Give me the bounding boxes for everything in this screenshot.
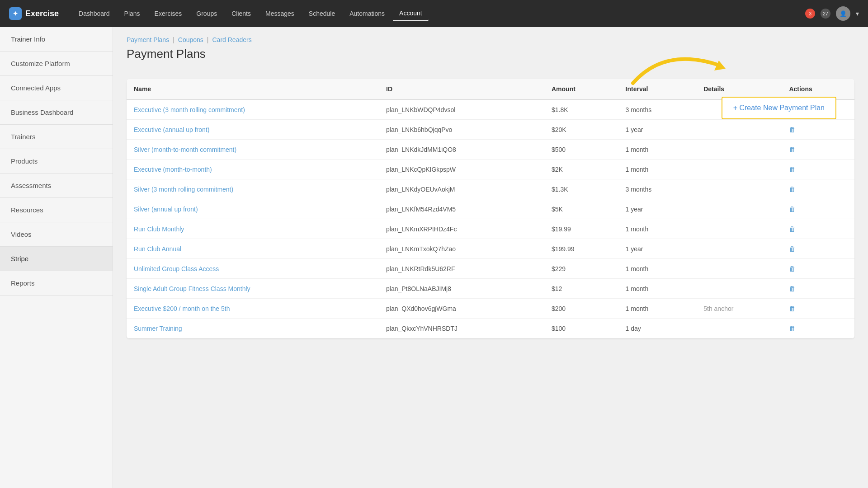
table-row: Single Adult Group Fitness Class Monthly… [127,279,854,299]
delete-icon[interactable]: 🗑 [789,205,796,213]
cell-id: plan_LNKdyOEUvAokjM [379,179,544,199]
table-row: Silver (month-to-month commitment)plan_L… [127,140,854,160]
cell-name[interactable]: Summer Training [127,319,379,338]
cell-details [696,219,782,239]
delete-icon[interactable]: 🗑 [789,324,796,332]
cell-amount: $19.99 [544,219,618,239]
sidebar-item-resources[interactable]: Resources [0,198,113,222]
cell-name[interactable]: Silver (annual up front) [127,199,379,219]
delete-icon[interactable]: 🗑 [789,265,796,272]
create-payment-plan-button[interactable]: + Create New Payment Plan [722,97,836,119]
sidebar-item-trainers[interactable]: Trainers [0,125,113,149]
cell-amount: $5K [544,199,618,219]
cell-amount: $229 [544,259,618,279]
notification-badge[interactable]: 3 [805,9,815,19]
main-layout: Trainer InfoCustomize PlatformConnected … [0,27,868,488]
delete-icon[interactable]: 🗑 [789,126,796,133]
delete-icon[interactable]: 🗑 [789,305,796,312]
cell-amount: $100 [544,319,618,338]
cell-id: plan_LNKbWDQP4dvsol [379,99,544,120]
breadcrumb-card-readers[interactable]: Card Readers [212,36,252,43]
table-row: Unlimited Group Class Accessplan_LNKRtRd… [127,259,854,279]
cell-amount: $1.8K [544,99,618,120]
cell-amount: $20K [544,120,618,140]
nav-item-messages[interactable]: Messages [259,6,301,21]
table-row: Summer Trainingplan_QkxcYhVNHRSDTJ$1001 … [127,319,854,338]
cell-interval: 1 year [618,120,697,140]
sidebar-item-connected-apps[interactable]: Connected Apps [0,76,113,100]
cell-interval: 1 year [618,239,697,259]
cell-id: plan_LNKmXRPtHDz4Fc [379,219,544,239]
sidebar: Trainer InfoCustomize PlatformConnected … [0,27,113,488]
cell-interval: 1 month [618,279,697,299]
delete-icon[interactable]: 🗑 [789,165,796,173]
nav-item-schedule[interactable]: Schedule [302,6,341,21]
cell-id: plan_Pt8OLNaABJIMj8 [379,279,544,299]
delete-icon[interactable]: 🗑 [789,145,796,153]
table-row: Silver (3 month rolling commitment)plan_… [127,179,854,199]
sidebar-item-business-dashboard[interactable]: Business Dashboard [0,100,113,125]
cell-id: plan_LNKfM54Rzd4VM5 [379,199,544,219]
cell-interval: 1 month [618,299,697,319]
cell-name[interactable]: Executive (month-to-month) [127,160,379,179]
nav-item-account[interactable]: Account [393,6,429,21]
cell-amount: $500 [544,140,618,160]
cell-name[interactable]: Unlimited Group Class Access [127,259,379,279]
main-content: Payment Plans | Coupons | Card Readers P… [113,27,868,488]
cell-id: plan_LNKRtRdk5U62RF [379,259,544,279]
cell-name[interactable]: Executive $200 / month on the 5th [127,299,379,319]
table-row: Run Club Monthlyplan_LNKmXRPtHDz4Fc$19.9… [127,219,854,239]
table-row: Executive $200 / month on the 5thplan_QX… [127,299,854,319]
cell-id: plan_LNKdkJdMM1iQO8 [379,140,544,160]
cell-amount: $199.99 [544,239,618,259]
cell-details [696,120,782,140]
breadcrumb-payment-plans[interactable]: Payment Plans [127,36,169,43]
user-avatar[interactable]: 👤 [836,6,850,21]
cell-details: 5th anchor [696,299,782,319]
delete-icon[interactable]: 🗑 [789,225,796,233]
cell-id: plan_QXd0hov6gjWGma [379,299,544,319]
sidebar-item-assessments[interactable]: Assessments [0,174,113,198]
nav-item-dashboard[interactable]: Dashboard [72,6,116,21]
col-name: Name [127,79,379,99]
cell-name[interactable]: Run Club Annual [127,239,379,259]
cell-actions: 🗑 [782,299,854,319]
cell-actions: 🗑 [782,239,854,259]
cell-interval: 1 month [618,160,697,179]
chevron-down-icon[interactable]: ▾ [856,10,859,17]
sidebar-item-trainer-info[interactable]: Trainer Info [0,27,113,52]
cell-name[interactable]: Silver (3 month rolling commitment) [127,179,379,199]
cell-details [696,319,782,338]
cell-details [696,140,782,160]
sidebar-item-products[interactable]: Products [0,149,113,174]
cell-name[interactable]: Run Club Monthly [127,219,379,239]
nav-items: DashboardPlansExercisesGroupsClientsMess… [72,6,805,21]
logo-text: Exercise [25,9,59,19]
col-amount: Amount [544,79,618,99]
logo: ✦ Exercise [9,7,59,20]
delete-icon[interactable]: 🗑 [789,285,796,292]
nav-item-automations[interactable]: Automations [343,6,391,21]
sidebar-item-stripe[interactable]: Stripe [0,247,113,271]
top-nav: ✦ Exercise DashboardPlansExercisesGroups… [0,0,868,27]
cell-name[interactable]: Executive (annual up front) [127,120,379,140]
logo-icon: ✦ [9,7,22,20]
cell-actions: 🗑 [782,199,854,219]
delete-icon[interactable]: 🗑 [789,245,796,253]
nav-item-groups[interactable]: Groups [190,6,223,21]
nav-item-clients[interactable]: Clients [225,6,257,21]
cell-interval: 1 year [618,199,697,219]
nav-item-exercises[interactable]: Exercises [148,6,189,21]
cell-name[interactable]: Executive (3 month rolling commitment) [127,99,379,120]
chat-badge[interactable]: 27 [821,9,830,19]
cell-amount: $2K [544,160,618,179]
cell-name[interactable]: Single Adult Group Fitness Class Monthly [127,279,379,299]
breadcrumb-coupons[interactable]: Coupons [178,36,203,43]
delete-icon[interactable]: 🗑 [789,185,796,193]
sidebar-item-customize-platform[interactable]: Customize Platform [0,52,113,76]
sidebar-item-videos[interactable]: Videos [0,222,113,247]
sidebar-item-reports[interactable]: Reports [0,271,113,296]
nav-item-plans[interactable]: Plans [118,6,146,21]
breadcrumb-sep-2: | [207,36,209,43]
cell-name[interactable]: Silver (month-to-month commitment) [127,140,379,160]
